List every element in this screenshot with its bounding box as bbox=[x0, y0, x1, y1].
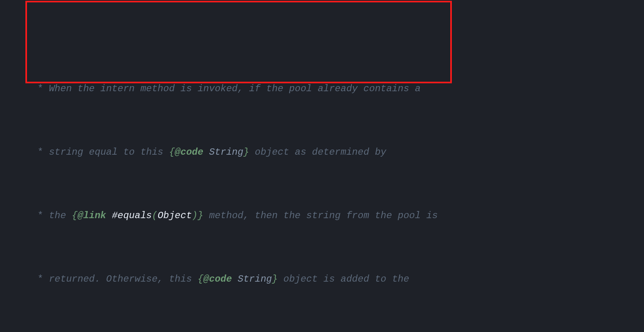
highlight-rectangle bbox=[25, 1, 452, 83]
code-line: * string equal to this {@code String} ob… bbox=[0, 144, 644, 160]
code-line: * the {@link #equals(Object)} method, th… bbox=[0, 208, 644, 224]
code-editor[interactable]: * When the intern method is invoked, if … bbox=[0, 0, 644, 332]
code-line: * When the intern method is invoked, if … bbox=[0, 81, 644, 97]
code-line: * returned. Otherwise, this {@code Strin… bbox=[0, 271, 644, 287]
